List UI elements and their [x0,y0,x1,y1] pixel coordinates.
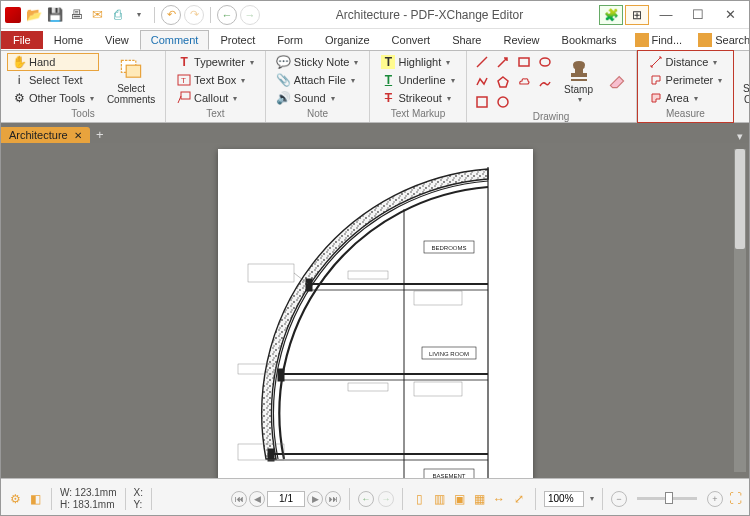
nav-fwd-button[interactable]: → [240,5,260,25]
tab-convert[interactable]: Convert [381,30,442,50]
text-box-label: Text Box [194,74,236,86]
cursor-xy-readout: X: Y: [134,487,143,511]
summarize-comments[interactable]: Summarize Comments [740,53,750,107]
find-button[interactable]: Find... [628,30,690,50]
tab-protect[interactable]: Protect [209,30,266,50]
last-page-button[interactable]: ⏭ [325,491,341,507]
chevron-down-icon: ▾ [694,94,698,103]
chevron-down-icon: ▾ [331,94,335,103]
zoom-slider-thumb[interactable] [665,492,673,504]
page-input[interactable] [267,491,305,507]
svg-rect-40 [348,271,388,279]
area-tool[interactable]: Area▾ [644,89,728,107]
layout-two-cont-icon[interactable]: ▦ [471,491,487,507]
open-icon[interactable]: 📂 [25,6,43,24]
save-icon[interactable]: 💾 [46,6,64,24]
chevron-down-icon: ▾ [354,58,358,67]
svg-rect-5 [519,58,529,66]
maximize-button[interactable]: ☐ [683,5,713,25]
oval-tool[interactable] [536,53,554,71]
redo-button[interactable]: ↷ [184,5,204,25]
tab-home[interactable]: Home [43,30,94,50]
mail-icon[interactable]: ✉ [88,6,106,24]
fullscreen-icon[interactable]: ⛶ [727,491,743,507]
window-controls: — ☐ ✕ [651,5,745,25]
ui-options-button[interactable]: 🧩 [599,5,623,25]
tab-share[interactable]: Share [441,30,492,50]
group-measure: Distance▾ Perimeter▾ Area▾ Measure [637,50,735,123]
tab-bookmarks[interactable]: Bookmarks [551,30,628,50]
stamp-tool[interactable]: Stamp▾ [558,53,600,107]
layout-single-icon[interactable]: ▯ [411,491,427,507]
underline-tool[interactable]: TUnderline▾ [376,71,459,89]
nav-back-button[interactable]: ← [217,5,237,25]
rect-tool[interactable] [515,53,533,71]
zoom-out-button[interactable]: − [611,491,627,507]
fit-width-icon[interactable]: ↔ [491,491,507,507]
scan-icon[interactable]: ⎙ [109,6,127,24]
tab-comment[interactable]: Comment [140,30,210,50]
launch-button[interactable]: ⊞ [625,5,649,25]
polyline-tool[interactable] [473,73,491,91]
vertical-scrollbar[interactable] [734,149,746,472]
sound-tool[interactable]: 🔊Sound▾ [272,89,364,107]
document-tab[interactable]: Architecture ✕ [1,127,90,143]
zoom-in-button[interactable]: + [707,491,723,507]
hand-tool[interactable]: ✋Hand [7,53,99,71]
chevron-down-icon: ▾ [351,76,355,85]
text-box-tool[interactable]: TText Box▾ [172,71,259,89]
callout-tool[interactable]: Callout▾ [172,89,259,107]
line-tool[interactable] [473,53,491,71]
hand-label: Hand [29,56,55,68]
zoom-input[interactable] [544,491,584,507]
tab-menu-button[interactable]: ▾ [731,130,749,143]
minimize-button[interactable]: — [651,5,681,25]
nav-back-icon[interactable]: ← [358,491,374,507]
fit-page-icon[interactable]: ⤢ [511,491,527,507]
print-icon[interactable]: 🖶 [67,6,85,24]
add-tab-button[interactable]: + [92,127,108,143]
attach-file-tool[interactable]: 📎Attach File▾ [272,71,364,89]
close-tab-icon[interactable]: ✕ [74,130,82,141]
document-viewport[interactable]: BEDROOMS LIVING ROOM BASEMENT [1,143,749,478]
panels-icon[interactable]: ◧ [27,491,43,507]
select-comments-tool[interactable]: Select Comments [103,53,159,107]
options-icon[interactable]: ⚙ [7,491,23,507]
tab-organize[interactable]: Organize [314,30,381,50]
typewriter-tool[interactable]: TTypewriter▾ [172,53,259,71]
close-button[interactable]: ✕ [715,5,745,25]
next-page-button[interactable]: ▶ [307,491,323,507]
prev-page-button[interactable]: ◀ [249,491,265,507]
arrow-tool[interactable] [494,53,512,71]
other-tools[interactable]: ⚙Other Tools▾ [7,89,99,107]
perimeter-icon [649,73,663,87]
shape2-tool[interactable] [494,93,512,111]
strikeout-tool[interactable]: TStrikeout▾ [376,89,459,107]
layout-two-icon[interactable]: ▣ [451,491,467,507]
eraser-tool[interactable] [604,53,630,107]
shape1-tool[interactable] [473,93,491,111]
undo-button[interactable]: ↶ [161,5,181,25]
select-text-tool[interactable]: ᎥSelect Text [7,71,99,89]
scrollbar-thumb[interactable] [735,149,745,249]
cloud-tool[interactable] [515,73,533,91]
nav-fwd-icon[interactable]: → [378,491,394,507]
highlight-tool[interactable]: THighlight▾ [376,53,459,71]
zoom-dropdown-icon[interactable]: ▾ [590,494,594,503]
tab-form[interactable]: Form [266,30,314,50]
pencil-tool[interactable] [536,73,554,91]
perimeter-tool[interactable]: Perimeter▾ [644,71,728,89]
distance-tool[interactable]: Distance▾ [644,53,728,71]
qat-dropdown-icon[interactable]: ▾ [130,6,148,24]
tab-view[interactable]: View [94,30,140,50]
tab-review[interactable]: Review [492,30,550,50]
layout-continuous-icon[interactable]: ▥ [431,491,447,507]
first-page-button[interactable]: ⏮ [231,491,247,507]
file-tab[interactable]: File [1,31,43,49]
svg-text:BASEMENT: BASEMENT [432,473,465,478]
arrow-icon [496,55,510,69]
search-button[interactable]: Search... [691,30,750,50]
sticky-note-tool[interactable]: 💬Sticky Note▾ [272,53,364,71]
zoom-slider[interactable] [637,497,697,500]
polygon-tool[interactable] [494,73,512,91]
